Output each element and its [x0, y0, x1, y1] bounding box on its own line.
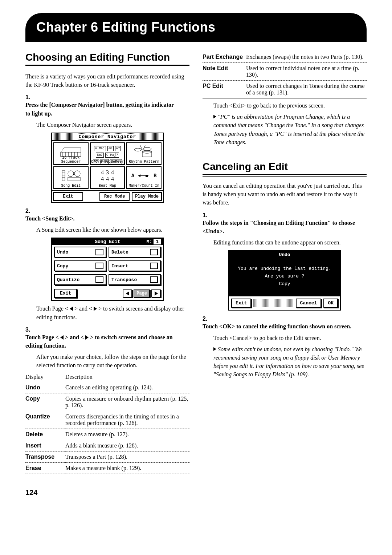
table-desc: Cancels an editing operating (p. 124).: [65, 382, 189, 393]
lcd3-ok-button: OK: [323, 299, 338, 308]
lcd2-page-next: [151, 289, 161, 297]
intro-text: There is a variety of ways you can edit …: [25, 72, 189, 89]
right-column: Part ExchangeExchanges (swaps) the notes…: [203, 52, 367, 474]
intro-text-2: You can cancel an editing operation that…: [203, 182, 367, 207]
lcd3-line2: Are you sure ?: [233, 273, 336, 280]
quantize-icon: [95, 276, 103, 283]
rule: [25, 65, 189, 67]
table-term: Undo: [25, 382, 65, 393]
lcd-composer-navigator: Composer Navigator 16 Track Sequencer A …: [51, 133, 164, 203]
triangle-left-icon: [126, 291, 129, 296]
table-term: Copy: [25, 393, 65, 411]
page-number: 124: [25, 489, 367, 497]
lcd2-measure-value: 1: [154, 239, 161, 244]
lcd-cell-marker: A B Maker/Count In: [126, 166, 162, 189]
table-desc: Corrects discrepancies in the timing of …: [65, 411, 189, 429]
svg-rect-22: [146, 175, 148, 177]
table-term: PC Edit: [203, 81, 246, 98]
table-desc: Used to correct changes in Tones during …: [246, 81, 367, 98]
lcd-exit-button: Exit: [53, 192, 83, 201]
step-number: 3.: [25, 327, 36, 333]
lcd2-measure-label: M:: [147, 239, 152, 244]
svg-marker-21: [138, 174, 140, 177]
lcd2-insert-button: Insert: [109, 260, 161, 271]
table-desc: Exchanges (swaps) the notes in two Parts…: [246, 52, 367, 63]
triangle-left-icon: [70, 307, 73, 311]
triangle-right-icon: [85, 335, 89, 340]
svg-rect-13: [62, 171, 65, 181]
rule: [203, 174, 367, 177]
delete-icon: [150, 249, 158, 255]
lcd2-exit-button: Exit: [54, 289, 77, 298]
step-heading: Touch Page < > and < > to switch screens…: [25, 333, 179, 350]
table-desc: Makes a measure blank (p. 129).: [65, 463, 189, 474]
lcd3-exit-button: Exit: [231, 299, 251, 308]
step-number: 1.: [203, 212, 213, 219]
table-term: Insert: [25, 440, 65, 451]
svg-point-18: [74, 171, 80, 177]
lcd2-title: Song Edit: [54, 239, 147, 244]
lcd-title: Composer Navigator: [52, 133, 163, 141]
table-desc: Used to correct individual notes one at …: [246, 63, 367, 81]
lcd-song-edit: Song Edit M: 1 Undo Delete Copy Insert Q…: [51, 238, 164, 301]
step-body: Editing functions that can be undone app…: [213, 238, 367, 247]
svg-line-12: [144, 145, 145, 149]
lcd-cell-songedit: Song Edit: [53, 166, 89, 189]
copy-icon: [95, 263, 103, 269]
step-body: The Composer Navigator screen appears.: [36, 121, 189, 129]
lcd3-line3: Copy: [233, 280, 336, 288]
left-column: Choosing an Editing Function There is a …: [25, 52, 189, 474]
svg-rect-19: [68, 177, 80, 181]
lcd3-line1: You are undoing the last editing.: [233, 265, 336, 273]
arrow-right-icon: [213, 115, 216, 118]
lcd-cell-chordseq: A MajAmA7 Bm7C Maj7 D7Am7C Maj Chord Seq…: [90, 142, 125, 165]
section-heading-choosing: Choosing an Editing Function: [25, 52, 189, 63]
lcd2-transpose-button: Transpose: [109, 274, 161, 285]
step2-after: Touch Page < > and < > to switch screens…: [36, 304, 189, 321]
section-heading-canceling: Canceling an Edit: [203, 161, 367, 173]
lcd2-undo-button: Undo: [54, 247, 106, 258]
lcd-cell-rhythm: Rhythm Pattern: [126, 142, 162, 165]
table-desc: Transposes a Part (p. 128).: [65, 451, 189, 463]
step-body: Touch <Cancel> to go back to the Edit sc…: [213, 334, 367, 342]
pc-note: "PC" is an abbreviation for Program Chan…: [213, 113, 367, 146]
table-term: Erase: [25, 463, 65, 474]
svg-point-7: [134, 148, 142, 151]
table-term: Delete: [25, 429, 65, 440]
table-term: Transpose: [25, 451, 65, 463]
exit-note: Touch <Exit> to go back to the previous …: [213, 101, 367, 110]
table-header-description: Description: [65, 372, 189, 382]
step-number: 1.: [25, 94, 36, 101]
step-number: 2.: [203, 316, 213, 322]
undo-note: Some edits can't be undone, not even by …: [213, 345, 367, 379]
lcd2-quantize-button: Quantize: [54, 274, 106, 285]
lcd3-title: Undo: [229, 251, 340, 259]
editing-functions-table-continued: Part ExchangeExchanges (swaps) the notes…: [203, 52, 367, 98]
lcd-cell-16track: 16 Track Sequencer: [53, 142, 89, 165]
table-desc: Adds a blank measure (p. 128).: [65, 440, 189, 451]
editing-functions-table: DisplayDescription UndoCancels an editin…: [25, 372, 189, 474]
arrow-right-icon: [213, 347, 216, 351]
step-body: After you make your choice, follow the s…: [36, 353, 189, 369]
undo-icon: [95, 249, 103, 255]
transpose-icon: [150, 276, 158, 283]
step-heading: Touch <Song Edit>.: [25, 214, 179, 223]
table-term: Part Exchange: [203, 52, 246, 63]
lcd-cell-beatmap: 443444 Beat Map: [90, 166, 125, 189]
chapter-title: Chapter 6 Editing Functions: [25, 13, 367, 42]
lcd2-page-label: Page: [134, 289, 150, 297]
step-heading: Press the [Composer Navigator] button, g…: [25, 101, 179, 117]
table-desc: Deletes a measure (p. 127).: [65, 429, 189, 440]
triangle-right-icon: [155, 291, 158, 296]
lcd3-cancel-button: Cancel: [296, 299, 322, 308]
step-body: A Song Edit screen like the one shown be…: [36, 226, 189, 234]
svg-rect-9: [142, 152, 152, 157]
triangle-right-icon: [94, 307, 97, 311]
triangle-left-icon: [60, 335, 64, 340]
lcd2-page-prev: [123, 289, 132, 297]
table-desc: Copies a measure or onboard rhythm patte…: [65, 393, 189, 411]
table-term: Quantize: [25, 411, 65, 429]
lcd2-delete-button: Delete: [109, 247, 161, 258]
lcd-recmode-button: Rec Mode: [99, 192, 130, 201]
lcd-playmode-button: Play Mode: [132, 192, 162, 201]
